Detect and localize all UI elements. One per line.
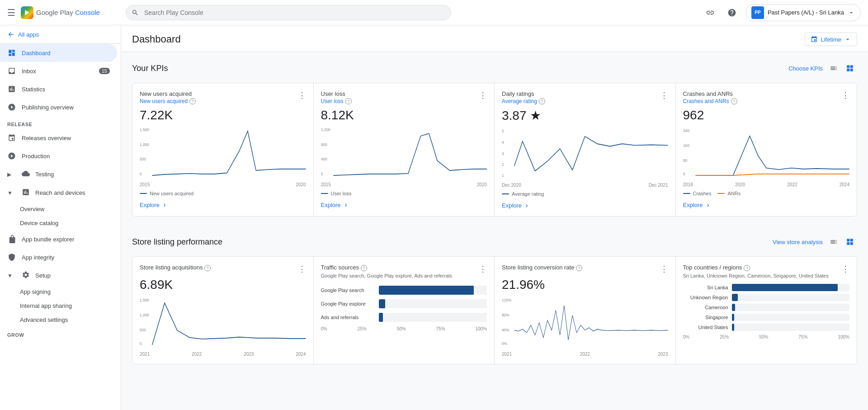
kpi-section: Your KPIs Choose KPIs xyxy=(121,52,868,226)
internal-sharing-label: Internal app sharing xyxy=(20,302,72,309)
info-icon-3[interactable]: ? xyxy=(539,98,545,104)
traffic-x-labels: 0% 25% 50% 75% 100% xyxy=(321,326,487,331)
kpi-card-header: Crashes and ANRs Crashes and ANRs ? ⋮ xyxy=(683,90,850,104)
daily-ratings-more-btn[interactable]: ⋮ xyxy=(660,90,668,100)
country-bar-singapore: Singapore xyxy=(683,314,850,321)
daily-ratings-subtitle: Average rating ? xyxy=(502,98,545,104)
all-apps-link[interactable]: All apps xyxy=(0,25,121,44)
conv-info-icon[interactable]: ? xyxy=(576,265,582,271)
sidebar-sub-item-app-signing[interactable]: App signing xyxy=(0,285,121,299)
sidebar-sub-item-internal-sharing[interactable]: Internal app sharing xyxy=(0,299,121,313)
kpi-card-crashes: Crashes and ANRs Crashes and ANRs ? ⋮ 96… xyxy=(676,83,857,216)
google-explore-bar xyxy=(379,299,385,308)
sidebar-item-dashboard[interactable]: Dashboard xyxy=(0,44,117,62)
view-store-analysis-link[interactable]: View store analysis xyxy=(773,239,823,245)
sidebar-item-inbox[interactable]: Inbox 15 xyxy=(0,62,117,80)
sidebar-sub-item-overview[interactable]: Overview xyxy=(0,202,121,216)
kpi-card-header: User loss User loss ? ⋮ xyxy=(321,90,487,104)
sidebar-item-setup[interactable]: ▼ Setup xyxy=(0,266,121,285)
traffic-bar-google-search: Google Play search xyxy=(321,286,487,295)
app-selector[interactable]: PP Past Papers (A/L) - Sri Lanka xyxy=(745,4,861,21)
google-search-bar xyxy=(379,286,474,295)
new-users-title: New users acquired xyxy=(140,90,196,97)
info-icon-4[interactable]: ? xyxy=(731,98,737,104)
traffic-more-btn[interactable]: ⋮ xyxy=(479,264,487,274)
traffic-info-icon[interactable]: ? xyxy=(361,265,367,271)
sidebar-sub-item-device-catalog[interactable]: Device catalog xyxy=(0,216,121,230)
new-users-more-btn[interactable]: ⋮ xyxy=(298,90,306,100)
arrow-right-icon-2 xyxy=(343,202,349,208)
conversion-more-btn[interactable]: ⋮ xyxy=(660,264,668,274)
new-users-value: 7.22K xyxy=(140,108,306,123)
list-view-btn[interactable] xyxy=(826,61,841,75)
daily-ratings-explore-link[interactable]: Explore xyxy=(502,202,668,209)
daily-ratings-chart: 5 4 3 2 1 xyxy=(502,127,668,181)
page-title: Dashboard xyxy=(132,33,181,45)
lifetime-label: Lifetime xyxy=(821,36,841,43)
arrow-right-icon xyxy=(161,202,168,208)
arrow-right-icon-3 xyxy=(524,203,530,209)
grid-view-btn[interactable] xyxy=(843,61,857,75)
countries-info-icon[interactable]: ? xyxy=(744,265,750,271)
acq-info-icon[interactable]: ? xyxy=(204,265,211,271)
sidebar-item-reach-devices[interactable]: ▼ Reach and devices xyxy=(0,184,121,202)
info-icon[interactable]: ? xyxy=(189,98,196,104)
sidebar-sub-item-advanced-settings[interactable]: Advanced settings xyxy=(0,313,121,327)
cameroon-bar xyxy=(732,304,736,311)
sidebar-item-publishing[interactable]: Publishing overview xyxy=(0,98,117,116)
app-avatar: PP xyxy=(751,6,764,19)
svg-marker-0 xyxy=(25,10,29,15)
user-loss-more-btn[interactable]: ⋮ xyxy=(479,90,487,100)
user-loss-value: 8.12K xyxy=(321,108,487,123)
store-list-view-btn[interactable] xyxy=(826,235,841,249)
countries-more-btn[interactable]: ⋮ xyxy=(841,264,849,274)
production-label: Production xyxy=(22,153,50,160)
svg-text:40%: 40% xyxy=(502,327,509,332)
svg-text:0: 0 xyxy=(683,171,685,176)
unknown-region-bar xyxy=(732,294,738,301)
choose-kpis-link[interactable]: Choose KPIs xyxy=(788,65,823,72)
all-apps-label: All apps xyxy=(18,31,39,38)
search-input[interactable] xyxy=(126,5,451,20)
kpi-section-header: Your KPIs Choose KPIs xyxy=(132,61,857,75)
search-bar[interactable] xyxy=(126,5,451,20)
user-loss-x-labels: 2015 2020 xyxy=(321,182,487,187)
menu-icon[interactable]: ☰ xyxy=(7,7,15,18)
store-section-header: Store listing performance View store ana… xyxy=(132,235,857,249)
new-users-chart: 1,500 1,000 500 0 xyxy=(140,126,306,180)
svg-text:240: 240 xyxy=(683,128,689,133)
sidebar-item-app-bundle-explorer[interactable]: App bundle explorer xyxy=(0,230,117,248)
lifetime-button[interactable]: Lifetime xyxy=(805,33,857,46)
svg-text:1,000: 1,000 xyxy=(140,312,149,317)
legend-line-ratings xyxy=(502,193,509,194)
link-icon-button[interactable] xyxy=(702,5,718,21)
traffic-bar-ads: Ads and referrals xyxy=(321,313,487,322)
country-bar-sri-lanka: Sri Lanka xyxy=(683,284,850,291)
dashboard-label: Dashboard xyxy=(22,50,51,57)
crashes-more-btn[interactable]: ⋮ xyxy=(841,90,849,100)
sidebar-item-statistics[interactable]: Statistics xyxy=(0,80,117,98)
topbar: ☰ Google Play Console PP Past Papers (A/… xyxy=(0,0,868,25)
help-icon-button[interactable] xyxy=(724,5,740,21)
svg-text:500: 500 xyxy=(140,327,146,332)
publishing-icon xyxy=(7,103,16,112)
traffic-bar-google-explore: Google Play explore xyxy=(321,299,487,308)
countries-x-labels: 0% 25% 50% 75% 100% xyxy=(683,335,850,339)
advanced-settings-label: Advanced settings xyxy=(20,316,68,323)
new-users-explore-link[interactable]: Explore xyxy=(140,202,306,208)
crashes-explore-link[interactable]: Explore xyxy=(683,202,850,208)
sidebar-item-testing[interactable]: ▶ Testing xyxy=(0,165,121,184)
user-loss-explore-link[interactable]: Explore xyxy=(321,202,487,208)
store-grid-view-btn[interactable] xyxy=(843,235,857,249)
acquisitions-more-btn[interactable]: ⋮ xyxy=(298,264,306,274)
svg-text:1,500: 1,500 xyxy=(140,297,149,302)
crashes-title: Crashes and ANRs xyxy=(683,90,737,97)
sidebar-item-production[interactable]: Production xyxy=(0,147,117,165)
legend-line-crashes xyxy=(683,193,690,194)
sidebar-item-app-integrity[interactable]: App integrity xyxy=(0,248,117,266)
sidebar-item-releases-overview[interactable]: Releases overview xyxy=(0,129,117,147)
info-icon-2[interactable]: ? xyxy=(345,98,352,104)
daily-ratings-x-labels: Dec 2020 Dec 2021 xyxy=(502,183,668,188)
crashes-chart: 240 160 80 0 xyxy=(683,126,850,180)
logo-text: Google Play Console xyxy=(36,9,100,16)
